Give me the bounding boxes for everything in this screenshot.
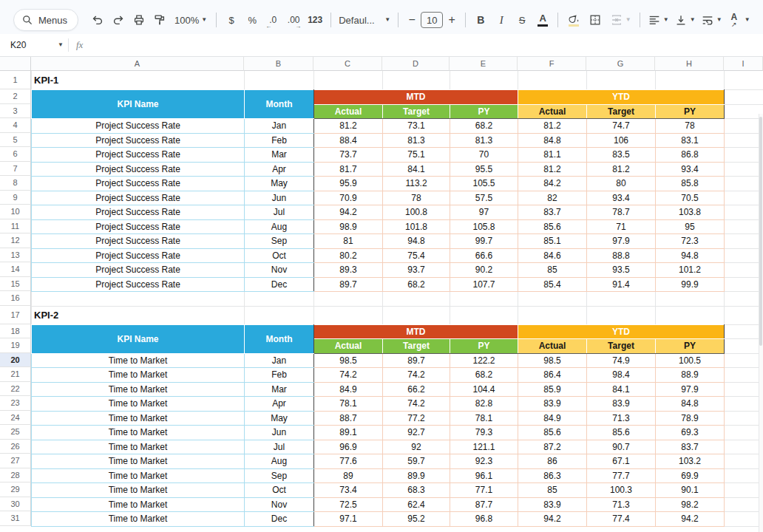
value-cell[interactable]: 99.9 [656, 277, 725, 292]
value-cell[interactable]: 97 [450, 205, 518, 220]
value-cell[interactable]: 77.2 [383, 411, 450, 426]
value-cell[interactable]: 93.4 [656, 162, 725, 177]
value-cell[interactable]: 73.4 [314, 483, 383, 498]
kpi-name-cell[interactable]: Time to Market [32, 497, 245, 512]
value-cell[interactable]: 68.2 [450, 368, 518, 383]
value-cell[interactable]: 85.9 [518, 382, 587, 397]
value-cell[interactable]: 105.8 [450, 219, 518, 234]
row-header-26[interactable]: 26 [0, 440, 31, 454]
row-header-20[interactable]: 20 [0, 353, 31, 368]
row-header-27[interactable]: 27 [0, 454, 31, 468]
value-cell[interactable]: 68.3 [383, 483, 450, 498]
merge-cells-button[interactable]: ▼ [606, 10, 635, 30]
value-cell[interactable]: 77.4 [587, 512, 656, 527]
value-cell[interactable]: 80.2 [314, 248, 383, 263]
month-cell[interactable]: Oct [245, 483, 314, 498]
kpi-name-cell[interactable]: Project Success Rate [32, 219, 245, 234]
kpi-name-cell[interactable]: Project Success Rate [32, 263, 245, 278]
value-cell[interactable]: 93.5 [587, 263, 656, 278]
value-cell[interactable]: 68.2 [450, 119, 518, 134]
month-cell[interactable]: Feb [245, 368, 314, 383]
value-cell[interactable]: 89.3 [314, 263, 383, 278]
value-cell[interactable]: 100.3 [587, 483, 656, 498]
row-header-5[interactable]: 5 [0, 133, 31, 148]
text-color-button[interactable]: A [532, 10, 553, 30]
zoom-selector[interactable]: 100%▼ [170, 10, 211, 30]
value-cell[interactable]: 97.9 [587, 234, 656, 249]
value-cell[interactable]: 78 [656, 119, 725, 134]
row-header-18[interactable]: 18 [0, 324, 31, 339]
value-cell[interactable]: 83.7 [518, 205, 587, 220]
mtd-sub-header-py[interactable]: PY [450, 104, 518, 119]
value-cell[interactable]: 83.5 [587, 148, 656, 163]
kpi-name-cell[interactable]: Project Success Rate [32, 277, 245, 292]
column-header-H[interactable]: H [655, 57, 724, 71]
value-cell[interactable]: 73.1 [383, 119, 450, 134]
kpi-name-cell[interactable]: Time to Market [32, 353, 245, 368]
ytd-header[interactable]: YTD [518, 90, 725, 105]
row-header-17[interactable]: 17 [0, 306, 31, 324]
month-cell[interactable]: Aug [245, 454, 314, 469]
row-header-31[interactable]: 31 [0, 511, 31, 526]
value-cell[interactable]: 81.3 [383, 133, 450, 148]
month-cell[interactable]: Mar [245, 148, 314, 163]
month-cell[interactable]: Nov [245, 497, 314, 512]
month-cell[interactable]: Jul [245, 205, 314, 220]
month-cell[interactable]: Oct [245, 248, 314, 263]
ytd-sub-header-target[interactable]: Target [587, 104, 656, 119]
month-cell[interactable]: Jun [245, 191, 314, 205]
value-cell[interactable]: 89.7 [314, 277, 383, 292]
kpi-name-cell[interactable]: Project Success Rate [32, 148, 245, 163]
mtd-header[interactable]: MTD [314, 324, 518, 339]
value-cell[interactable]: 66.6 [450, 248, 518, 263]
value-cell[interactable]: 77.6 [314, 454, 383, 469]
kpi-name-cell[interactable]: Time to Market [32, 454, 245, 469]
value-cell[interactable]: 83.9 [518, 397, 587, 412]
paint-format-button[interactable] [149, 10, 170, 30]
value-cell[interactable]: 100.5 [656, 353, 725, 368]
value-cell[interactable]: 75.4 [383, 248, 450, 263]
month-header[interactable]: Month [245, 324, 314, 353]
kpi-name-header[interactable]: KPI Name [32, 324, 245, 353]
value-cell[interactable]: 72.3 [656, 234, 725, 249]
ytd-sub-header-actual[interactable]: Actual [518, 339, 587, 354]
value-cell[interactable]: 90.7 [587, 440, 656, 454]
value-cell[interactable]: 97.9 [656, 382, 725, 397]
value-cell[interactable]: 69.9 [656, 468, 725, 483]
row-header-10[interactable]: 10 [0, 205, 31, 219]
row-header-2[interactable]: 2 [0, 89, 31, 104]
column-header-G[interactable]: G [586, 57, 655, 71]
value-cell[interactable]: 94.8 [383, 234, 450, 249]
value-cell[interactable]: 70.9 [314, 191, 383, 205]
value-cell[interactable]: 84.8 [656, 397, 725, 412]
row-header-4[interactable]: 4 [0, 118, 31, 133]
value-cell[interactable]: 98.4 [587, 368, 656, 383]
value-cell[interactable]: 70.5 [656, 191, 725, 205]
value-cell[interactable]: 59.7 [383, 454, 450, 469]
value-cell[interactable]: 85.6 [587, 426, 656, 440]
ytd-sub-header-actual[interactable]: Actual [518, 104, 587, 119]
value-cell[interactable]: 101.8 [383, 219, 450, 234]
italic-button[interactable]: I [491, 10, 512, 30]
mtd-sub-header-actual[interactable]: Actual [314, 104, 383, 119]
kpi-name-cell[interactable]: Project Success Rate [32, 205, 245, 220]
kpi-name-cell[interactable]: Time to Market [32, 382, 245, 397]
mtd-header[interactable]: MTD [314, 90, 518, 105]
value-cell[interactable]: 84.2 [518, 177, 587, 191]
value-cell[interactable]: 75.1 [383, 148, 450, 163]
value-cell[interactable]: 92 [383, 440, 450, 454]
value-cell[interactable]: 103.2 [656, 454, 725, 469]
value-cell[interactable]: 94.2 [518, 512, 587, 527]
value-cell[interactable]: 106 [587, 133, 656, 148]
value-cell[interactable]: 71.3 [587, 411, 656, 426]
increase-font-size-button[interactable]: + [443, 10, 461, 30]
value-cell[interactable]: 99.7 [450, 234, 518, 249]
value-cell[interactable]: 84.6 [518, 248, 587, 263]
value-cell[interactable]: 89.9 [383, 468, 450, 483]
kpi-name-cell[interactable]: Project Success Rate [32, 133, 245, 148]
borders-button[interactable] [585, 10, 606, 30]
kpi-name-header[interactable]: KPI Name [32, 90, 245, 119]
select-all-corner[interactable] [0, 57, 31, 71]
value-cell[interactable]: 93.4 [587, 191, 656, 205]
value-cell[interactable]: 93.7 [383, 263, 450, 278]
